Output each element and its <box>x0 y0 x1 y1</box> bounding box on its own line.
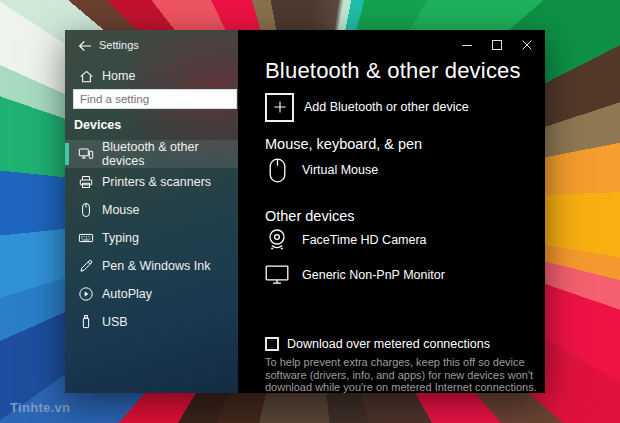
device-name: Generic Non-PnP Monitor <box>302 268 445 282</box>
search-box <box>73 89 237 109</box>
sidebar: Settings Home Devices Bluetooth & other … <box>65 30 238 393</box>
sidebar-item-label: AutoPlay <box>102 287 152 301</box>
mouse-icon <box>265 158 289 183</box>
sidebar-item-label: Home <box>102 69 135 83</box>
close-icon <box>522 40 532 50</box>
watermark: Tinhte.vn <box>10 400 70 415</box>
device-name: Virtual Mouse <box>302 163 378 177</box>
sidebar-section-header: Devices <box>74 118 121 132</box>
sidebar-item-usb[interactable]: USB <box>65 308 238 336</box>
add-button-label: Add Bluetooth or other device <box>304 100 469 114</box>
sidebar-item-label: Bluetooth & other devices <box>102 140 238 168</box>
sidebar-item-label: Typing <box>102 231 139 245</box>
sidebar-item-typing[interactable]: Typing <box>65 224 238 252</box>
section-heading-mouse-keyboard-pen: Mouse, keyboard, & pen <box>265 136 422 152</box>
mouse-icon <box>78 202 94 218</box>
metered-connections-checkbox-row[interactable]: Download over metered connections <box>265 337 490 351</box>
device-row-virtual-mouse[interactable]: Virtual Mouse <box>265 154 378 186</box>
back-arrow-icon <box>78 39 92 53</box>
add-bluetooth-device-button[interactable]: Add Bluetooth or other device <box>265 92 469 122</box>
metered-description: To help prevent extra charges, keep this… <box>265 356 537 394</box>
keyboard-icon <box>78 230 94 246</box>
sidebar-item-printers-scanners[interactable]: Printers & scanners <box>65 168 238 196</box>
webcam-icon <box>265 227 289 253</box>
sidebar-item-bluetooth-other-devices[interactable]: Bluetooth & other devices <box>65 140 238 168</box>
maximize-button[interactable] <box>482 30 512 60</box>
usb-icon <box>78 314 94 330</box>
sidebar-item-label: Mouse <box>102 203 140 217</box>
close-button[interactable] <box>512 30 542 60</box>
section-heading-other-devices: Other devices <box>265 208 354 224</box>
home-icon <box>78 68 94 84</box>
maximize-icon <box>492 40 502 50</box>
monitor-icon <box>265 265 289 285</box>
sidebar-item-autoplay[interactable]: AutoPlay <box>65 280 238 308</box>
back-button[interactable] <box>75 36 95 56</box>
device-row-facetime-hd-camera[interactable]: FaceTime HD Camera <box>265 224 427 256</box>
sidebar-item-label: Pen & Windows Ink <box>102 259 210 273</box>
window-controls <box>452 30 542 60</box>
printer-icon <box>78 174 94 190</box>
device-name: FaceTime HD Camera <box>302 233 427 247</box>
pen-icon <box>78 258 94 274</box>
page-title: Bluetooth & other devices <box>265 58 521 84</box>
plus-icon <box>265 93 294 122</box>
sidebar-item-pen-windows-ink[interactable]: Pen & Windows Ink <box>65 252 238 280</box>
sidebar-item-mouse[interactable]: Mouse <box>65 196 238 224</box>
settings-window: Settings Home Devices Bluetooth & other … <box>65 30 545 393</box>
main-panel: Bluetooth & other devices Add Bluetooth … <box>238 30 545 393</box>
checkbox-label: Download over metered connections <box>287 337 490 351</box>
sidebar-item-home[interactable]: Home <box>65 62 238 90</box>
autoplay-icon <box>78 286 94 302</box>
minimize-button[interactable] <box>452 30 482 60</box>
devices-icon <box>78 146 94 162</box>
minimize-icon <box>462 40 472 50</box>
sidebar-item-label: Printers & scanners <box>102 175 211 189</box>
checkbox-unchecked-icon[interactable] <box>265 337 279 351</box>
sidebar-item-label: USB <box>102 315 128 329</box>
window-title: Settings <box>99 39 139 51</box>
search-input[interactable] <box>74 93 234 105</box>
device-row-generic-non-pnp-monitor[interactable]: Generic Non-PnP Monitor <box>265 261 445 289</box>
